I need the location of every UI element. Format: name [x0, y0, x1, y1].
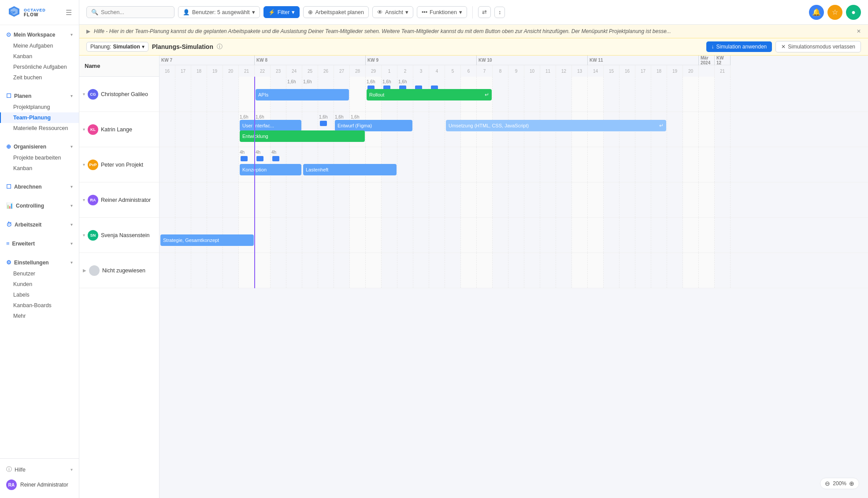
week-header-KW-7: KW 7161718192021 [160, 56, 255, 77]
simbar-info-icon[interactable]: ⓘ [217, 43, 223, 51]
gantt-cell [524, 218, 540, 253]
sidebar-item-meine-aufgaben[interactable]: Meine Aufgaben [0, 41, 79, 51]
planen-chevron: ▾ [70, 93, 73, 98]
gantt-bar[interactable]: Strategie, Gesamtkonzept [160, 234, 254, 246]
search-input[interactable] [101, 9, 158, 15]
gantt-cell [540, 218, 556, 253]
zoom-level: 200% [833, 480, 846, 487]
sidebar-item-labels[interactable]: Labels [0, 290, 79, 300]
day-label: 18 [191, 65, 207, 77]
sidebar-item-materielle-ressourcen[interactable]: Materielle Ressourcen [0, 123, 79, 134]
sidebar: OF OCTAVED FLOW ☰ ⊙ Mein Workspace ▾ Mei… [0, 0, 79, 498]
gantt-bar[interactable]: Rollout↵ [367, 89, 492, 100]
arbeitspaket-button[interactable]: ⊕ Arbeitspaket planen [303, 6, 369, 18]
sidebar-section-header-organisieren[interactable]: ⊕ Organisieren ▾ [0, 141, 79, 152]
gantt-cell [207, 147, 223, 182]
zoom-plus-icon[interactable]: ⊕ [849, 480, 854, 487]
sidebar-section-header-erweitert[interactable]: ≡ Erweitert ▾ [0, 238, 79, 249]
sidebar-item-projekte-bearbeiten[interactable]: Projekte bearbeiten [0, 152, 79, 163]
logo-text: OCTAVED FLOW [24, 8, 46, 17]
katrin-chevron[interactable]: ▾ [83, 127, 85, 132]
notification-button[interactable]: 🔔 [809, 5, 824, 20]
gantt-cell [699, 147, 715, 182]
gantt-bar[interactable]: Lastenheft [303, 164, 397, 175]
gantt-cell [715, 112, 731, 147]
sidebar-item-benutzer[interactable]: Benutzer [0, 268, 79, 279]
abrechnen-chevron: ▾ [70, 184, 73, 189]
sidebar-item-mehr[interactable]: Mehr [0, 311, 79, 321]
sidebar-help[interactable]: ⓘ Hilfe ▾ [0, 463, 79, 476]
funktionen-button[interactable]: ••• Funktionen ▾ [417, 6, 467, 18]
workspace-label: Mein Workspace [14, 32, 55, 38]
gantt-bar-label: User Interfac... [242, 123, 274, 128]
infobar-close-button[interactable]: ✕ [857, 28, 861, 34]
sidebar-item-kanban2[interactable]: Kanban [0, 163, 79, 174]
sidebar-item-persoenliche-aufgaben[interactable]: Persönliche Aufgaben [0, 62, 79, 72]
row-name-nicht-zugewiesen: ▶ Nicht zugewiesen [79, 253, 159, 288]
gantt-bar[interactable]: User Interfac... [240, 120, 301, 131]
gantt-cell [382, 253, 397, 288]
user-button[interactable]: ● [846, 5, 861, 20]
simbar-left: Planung: Simulation ▾ Planungs-Simulatio… [86, 42, 223, 52]
gantt-cell [619, 253, 635, 288]
sidebar-user[interactable]: RA Reiner Administrator [0, 476, 79, 494]
gantt-cell [540, 253, 556, 288]
hamburger-icon[interactable]: ☰ [66, 8, 72, 17]
sim-apply-button[interactable]: ↓ Simulation anwenden [706, 41, 772, 52]
gantt-cell [255, 218, 271, 253]
day-label: 23 [271, 65, 286, 77]
christopher-chevron[interactable]: ▾ [83, 92, 85, 97]
svenja-chevron[interactable]: ▾ [83, 233, 85, 238]
filter-button[interactable]: ⚡ Filter ▾ [263, 6, 300, 18]
gantt-data-row: 4h4h4hKonzeptionLastenheft [160, 147, 868, 182]
gantt-bar[interactable]: Entwicklung [240, 130, 365, 142]
nicht-zugewiesen-chevron[interactable]: ▶ [83, 268, 86, 273]
gantt-cell [223, 77, 239, 111]
sidebar-section-header-arbeitszeit[interactable]: ⏱ Arbeitszeit ▾ [0, 219, 79, 230]
sidebar-item-kunden[interactable]: Kunden [0, 279, 79, 290]
sidebar-item-projektplanung[interactable]: Projektplanung [0, 102, 79, 112]
sidebar-item-team-planung[interactable]: Team-Planung [0, 112, 79, 123]
sidebar-section-header-workspace[interactable]: ⊙ Mein Workspace ▾ [0, 29, 79, 41]
sidebar-section-header-planen[interactable]: ☐ Planen ▾ [0, 90, 79, 102]
row-name-katrin: ▾ KL Katrin Lange [79, 112, 159, 147]
week-label: Mär 2024 [699, 56, 714, 65]
gantt-bar[interactable]: Umsetzung (HTML, CSS, JavaScript)↵ [446, 120, 666, 131]
reiner-chevron[interactable]: ▾ [83, 197, 85, 202]
day-label [699, 65, 715, 77]
sidebar-item-zeit-buchen[interactable]: Zeit buchen [0, 72, 79, 83]
day-label: 7 [477, 65, 493, 77]
gantt-cell [271, 182, 286, 217]
gantt-chart[interactable]: KW 7161718192021KW 822232425262728KW 929… [160, 56, 868, 498]
gantt-cell [207, 182, 223, 217]
gantt-cell [508, 77, 524, 111]
day-label: 21 [715, 65, 731, 77]
sidebar-section-header-einstellungen[interactable]: ⚙ Einstellungen ▾ [0, 256, 79, 268]
hours-label: 4h [256, 150, 260, 155]
hours-label: 1,6h [335, 115, 343, 119]
sort-button[interactable]: ↕ [494, 7, 505, 18]
gantt-cell [556, 182, 572, 217]
swap-button[interactable]: ⇄ [478, 6, 491, 18]
sidebar-section-header-controlling[interactable]: 📊 Controlling ▾ [0, 200, 79, 212]
benutzer-button[interactable]: 👤 Benutzer: 5 ausgewählt ▾ [178, 6, 260, 18]
gantt-bar[interactable]: Konzeption [240, 164, 301, 175]
gantt-cell [302, 253, 318, 288]
sim-badge[interactable]: Planung: Simulation ▾ [86, 42, 148, 52]
gantt-cell [207, 112, 223, 147]
sidebar-item-kanban[interactable]: Kanban [0, 51, 79, 62]
gantt-cell [191, 77, 207, 111]
sim-exit-button[interactable]: ✕ Simulationsmodus verlassen [775, 41, 861, 52]
sidebar-item-kanban-boards[interactable]: Kanban-Boards [0, 300, 79, 311]
sidebar-section-header-abrechnen[interactable]: ☐ Abrechnen ▾ [0, 181, 79, 193]
gantt-bar[interactable]: APIs [256, 89, 349, 100]
day-label: 16 [619, 65, 635, 77]
zoom-minus-icon[interactable]: ⊖ [825, 480, 830, 487]
peter-chevron[interactable]: ▾ [83, 162, 85, 167]
user-avatar: RA [6, 479, 17, 490]
star-button[interactable]: ☆ [827, 5, 842, 20]
gantt-cell [604, 218, 619, 253]
search-box[interactable]: 🔍 [86, 6, 174, 18]
ansicht-button[interactable]: 👁 Ansicht ▾ [372, 6, 413, 18]
gantt-bar[interactable]: Entwurf (Figma) [335, 120, 412, 131]
